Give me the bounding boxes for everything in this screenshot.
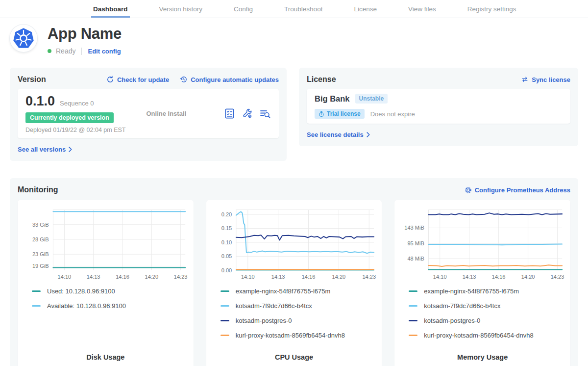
- svg-text:95 MiB: 95 MiB: [408, 240, 424, 246]
- configure-prometheus-link[interactable]: Configure Prometheus Address: [465, 186, 570, 194]
- svg-text:19 GiB: 19 GiB: [32, 263, 49, 269]
- chart-legend: example-nginx-54f8f76755-l675mkotsadm-7f…: [397, 284, 568, 346]
- app-header: App Name Ready Edit config: [10, 25, 578, 55]
- legend-item: kotsadm-postgres-0: [409, 317, 556, 324]
- license-card: License Sync license Big Bank Unstable: [299, 68, 578, 146]
- svg-text:14:13: 14:13: [87, 274, 100, 280]
- edit-config-link[interactable]: Edit config: [88, 48, 121, 55]
- legend-dash-icon: [32, 290, 41, 292]
- kubernetes-logo-icon: [10, 25, 37, 52]
- legend-item: kotsadm-postgres-0: [220, 317, 368, 324]
- svg-text:33 GiB: 33 GiB: [32, 222, 49, 228]
- svg-text:14:20: 14:20: [145, 274, 158, 280]
- legend-label: Available: 10.128.0.96:9100: [47, 302, 126, 310]
- svg-text:14:23: 14:23: [174, 274, 188, 280]
- svg-text:14:10: 14:10: [433, 274, 447, 280]
- license-expiry: Does not expire: [370, 110, 415, 118]
- svg-text:14:20: 14:20: [332, 274, 345, 280]
- cpu-usage-chart: 0.200.150.100.050.0014:1014:1314:1614:20…: [209, 204, 380, 284]
- customer-name: Big Bank: [315, 94, 350, 104]
- preflight-checks-icon[interactable]: [224, 108, 235, 119]
- stopwatch-icon: [318, 111, 324, 117]
- tab-registry-settings[interactable]: Registry settings: [466, 0, 518, 18]
- disk-usage-chart: 33 GiB28 GiB23 GiB19 GiB14:1014:1314:161…: [20, 204, 191, 284]
- version-number: 0.1.0: [25, 94, 55, 109]
- svg-text:143 MiB: 143 MiB: [405, 225, 425, 231]
- page-title: App Name: [48, 25, 122, 43]
- license-detail-box: Big Bank Unstable Trial license Does not…: [307, 89, 570, 124]
- disk-usage-panel: 33 GiB28 GiB23 GiB19 GiB14:1014:1314:161…: [18, 200, 194, 366]
- svg-text:0.00: 0.00: [221, 267, 232, 273]
- svg-text:14:13: 14:13: [271, 274, 285, 280]
- clock-history-icon: [180, 76, 188, 83]
- deploy-logs-icon[interactable]: [259, 108, 271, 120]
- legend-item: kurl-proxy-kotsadm-8569fb6454-dnvh8: [220, 332, 368, 339]
- svg-text:14:13: 14:13: [463, 274, 476, 280]
- trial-license-badge: Trial license: [315, 109, 365, 119]
- current-version-box: 0.1.0 Sequence 0 Currently deployed vers…: [18, 89, 279, 138]
- see-all-versions-link[interactable]: See all versions: [18, 146, 72, 153]
- monitoring-title: Monitoring: [18, 185, 58, 194]
- legend-label: kotsadm-7f9dc7d66c-b4tcx: [424, 302, 500, 310]
- version-card: Version Check for update Configure au: [10, 68, 287, 161]
- tab-dashboard[interactable]: Dashboard: [91, 0, 130, 18]
- svg-text:14:23: 14:23: [551, 274, 564, 280]
- see-license-details-link[interactable]: See license details: [307, 131, 370, 138]
- legend-label: kotsadm-7f9dc7d66c-b4tcx: [236, 302, 312, 310]
- install-type-label: Online Install: [146, 110, 186, 117]
- legend-dash-icon: [220, 305, 229, 307]
- svg-text:0.20: 0.20: [221, 211, 232, 217]
- check-for-update-link[interactable]: Check for update: [106, 76, 169, 83]
- legend-item: kurl-proxy-kotsadm-8569fb6454-dnvh8: [409, 332, 556, 339]
- chart-title: CPU Usage: [209, 349, 380, 361]
- svg-text:14:16: 14:16: [116, 274, 129, 280]
- tab-troubleshoot[interactable]: Troubleshoot: [282, 0, 324, 18]
- legend-dash-icon: [220, 290, 229, 292]
- tab-config[interactable]: Config: [232, 0, 255, 18]
- svg-text:14:10: 14:10: [58, 274, 72, 280]
- tab-version-history[interactable]: Version history: [157, 0, 205, 18]
- svg-text:14:23: 14:23: [362, 274, 376, 280]
- legend-label: example-nginx-54f8f76755-l675m: [424, 288, 519, 295]
- legend-label: kotsadm-postgres-0: [236, 317, 292, 324]
- divider: [81, 48, 82, 55]
- deployed-timestamp: Deployed 01/19/22 @ 02:04 pm EST: [25, 127, 125, 133]
- tab-view-files[interactable]: View files: [406, 0, 438, 18]
- legend-label: kurl-proxy-kotsadm-8569fb6454-dnvh8: [424, 332, 533, 339]
- legend-dash-icon: [409, 335, 417, 336]
- legend-dash-icon: [220, 320, 229, 321]
- legend-dash-icon: [220, 335, 229, 336]
- chevron-right-icon: [69, 147, 72, 152]
- chevron-right-icon: [367, 132, 370, 137]
- legend-item: kotsadm-7f9dc7d66c-b4tcx: [409, 302, 556, 310]
- refresh-icon: [106, 76, 114, 83]
- license-card-title: License: [307, 75, 336, 84]
- legend-item: kotsadm-7f9dc7d66c-b4tcx: [220, 302, 368, 310]
- svg-text:14:20: 14:20: [521, 274, 535, 280]
- legend-label: Used: 10.128.0.96:9100: [47, 288, 115, 295]
- svg-text:14:16: 14:16: [492, 274, 506, 280]
- configure-automatic-updates-link[interactable]: Configure automatic updates: [180, 76, 279, 83]
- svg-text:14:10: 14:10: [241, 274, 255, 280]
- legend-dash-icon: [409, 305, 417, 307]
- sync-arrows-icon: [521, 76, 529, 83]
- legend-item: example-nginx-54f8f76755-l675m: [220, 288, 368, 295]
- svg-text:0.15: 0.15: [221, 225, 232, 231]
- legend-item: example-nginx-54f8f76755-l675m: [409, 288, 556, 295]
- chart-title: Memory Usage: [397, 349, 568, 361]
- legend-dash-icon: [409, 320, 417, 321]
- cpu-usage-panel: 0.200.150.100.050.0014:1014:1314:1614:20…: [206, 200, 382, 366]
- chart-legend: example-nginx-54f8f76755-l675mkotsadm-7f…: [209, 284, 380, 346]
- chart-legend: Used: 10.128.0.96:9100Available: 10.128.…: [20, 284, 191, 317]
- gear-icon: [465, 186, 472, 194]
- status-dot: [48, 49, 51, 53]
- sync-license-link[interactable]: Sync license: [521, 76, 570, 83]
- edit-config-wrench-icon[interactable]: [242, 108, 253, 119]
- monitoring-card: Monitoring Configure Prometheus Address …: [10, 178, 578, 366]
- version-card-title: Version: [18, 75, 46, 84]
- legend-label: example-nginx-54f8f76755-l675m: [236, 288, 331, 295]
- tab-license[interactable]: License: [352, 0, 379, 18]
- legend-item: Used: 10.128.0.96:9100: [32, 288, 179, 295]
- legend-dash-icon: [32, 305, 41, 307]
- status-text: Ready: [56, 47, 75, 55]
